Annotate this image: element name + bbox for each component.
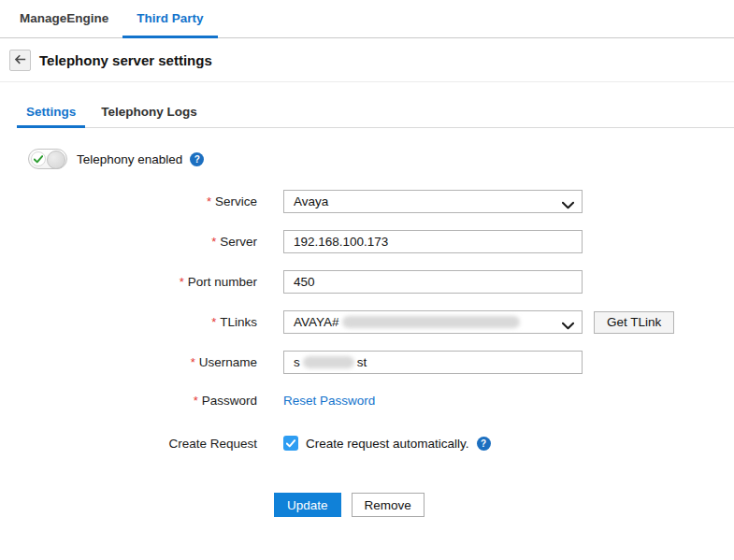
service-label: *Service — [0, 194, 257, 208]
password-row: *Password Reset Password — [0, 391, 734, 409]
page-header: Telephony server settings — [0, 38, 734, 82]
required-asterisk: * — [211, 315, 216, 329]
tlinks-select[interactable]: AVAYA# — [283, 310, 583, 334]
product-tab-bar: ManageEngine Third Party — [0, 0, 734, 38]
tab-manageengine[interactable]: ManageEngine — [6, 0, 122, 38]
back-button[interactable] — [9, 50, 31, 71]
port-row: *Port number — [0, 270, 734, 294]
reset-password-link[interactable]: Reset Password — [283, 394, 375, 408]
get-tlink-button[interactable]: Get TLink — [594, 311, 674, 334]
username-value-prefix: s — [294, 355, 300, 369]
tlinks-selected-value: AVAYA# — [294, 315, 339, 329]
create-request-label: Create Request — [0, 437, 257, 451]
server-input[interactable] — [283, 230, 583, 253]
username-row: *Username s st — [0, 351, 734, 374]
create-request-checkbox-label: Create request automatically. — [306, 437, 469, 451]
username-input[interactable]: s st — [283, 351, 583, 374]
settings-tab-bar: Settings Telephony Logs — [17, 82, 734, 128]
required-asterisk: * — [180, 275, 184, 289]
redacted-text — [342, 316, 520, 328]
username-label: *Username — [0, 355, 257, 369]
server-row: *Server — [0, 230, 734, 253]
server-label: *Server — [0, 235, 257, 249]
telephony-enabled-toggle[interactable] — [28, 149, 67, 169]
port-input[interactable] — [283, 270, 583, 294]
toggle-knob — [47, 151, 65, 169]
toggle-label: Telephony enabled — [77, 152, 182, 166]
tlinks-row: *TLinks AVAYA# Get TLink — [0, 310, 734, 334]
redacted-text — [303, 356, 354, 368]
required-asterisk: * — [191, 355, 195, 369]
username-value-suffix: st — [357, 355, 367, 369]
help-icon[interactable]: ? — [190, 152, 204, 166]
password-label: *Password — [0, 394, 257, 408]
create-request-checkbox[interactable] — [283, 436, 298, 451]
tab-third-party[interactable]: Third Party — [122, 0, 217, 38]
required-asterisk: * — [211, 235, 216, 249]
telephony-settings-form: *Service Avaya *Server *Port number — [0, 190, 734, 517]
check-icon — [286, 439, 295, 448]
chevron-down-icon — [562, 198, 574, 212]
required-asterisk: * — [207, 194, 211, 208]
check-icon — [31, 151, 46, 166]
left-arrow-icon — [14, 53, 26, 68]
chevron-down-icon — [562, 319, 574, 333]
remove-button[interactable]: Remove — [352, 493, 425, 517]
service-selected-value: Avaya — [294, 194, 328, 208]
tlinks-label: *TLinks — [0, 315, 257, 329]
telephony-enabled-row: Telephony enabled ? — [28, 149, 734, 169]
page-title: Telephony server settings — [39, 52, 212, 68]
tab-settings[interactable]: Settings — [17, 105, 85, 128]
create-request-row: Create Request Create request automatica… — [0, 434, 734, 452]
help-icon[interactable]: ? — [477, 437, 491, 451]
service-select[interactable]: Avaya — [283, 190, 583, 213]
tab-telephony-logs[interactable]: Telephony Logs — [92, 105, 207, 128]
required-asterisk: * — [194, 394, 198, 408]
port-label: *Port number — [0, 275, 257, 289]
service-row: *Service Avaya — [0, 190, 734, 213]
form-actions: Update Remove — [0, 493, 734, 517]
update-button[interactable]: Update — [274, 493, 341, 517]
